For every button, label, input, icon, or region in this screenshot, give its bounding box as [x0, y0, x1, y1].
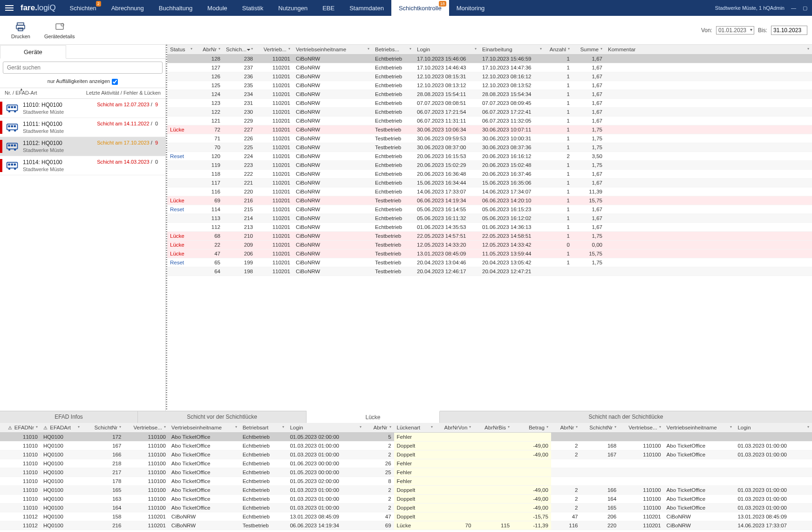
nav-stammdaten[interactable]: Stammdaten — [342, 0, 391, 16]
table-row[interactable]: 11010HQ0100167110100Abo TicketOfficeEcht… — [0, 442, 812, 450]
anomalies-filter[interactable]: nur Auffälligkeiten anzeigen — [0, 76, 165, 88]
device-status: Schicht am 14.03.2023 / 0 — [97, 159, 162, 172]
col-header[interactable]: ▾ AbrNrBis — [474, 423, 512, 433]
col-header[interactable]: Einarbeitung▾ — [479, 45, 545, 55]
anomalies-checkbox[interactable] — [112, 79, 118, 85]
device-row[interactable]: 11011: HQ0100Stadtwerke MüsteSchicht am … — [0, 118, 165, 137]
device-row[interactable]: 11010: HQ0100Stadtwerke MüsteSchicht am … — [0, 99, 165, 118]
device-row[interactable]: 11012: HQ0100Stadtwerke MüsteSchicht am … — [0, 137, 165, 156]
table-row[interactable]: Lücke22209110201CiBoNRWTestbetrieb12.05.… — [167, 241, 812, 249]
col-header[interactable]: ▾ Vertriebseinheitname — [169, 423, 240, 433]
nav-schichten[interactable]: Schichten2 — [62, 0, 104, 16]
table-row[interactable]: 127237110201CiBoNRWEchtbetrieb17.10.2023… — [167, 63, 812, 72]
nav-abrechnung[interactable]: Abrechnung — [104, 0, 151, 16]
nav-monitoring[interactable]: Monitoring — [449, 0, 492, 16]
col-header[interactable]: ▾ SchichtNr — [580, 423, 619, 433]
menu-button[interactable] — [0, 0, 19, 16]
col-header[interactable]: ▾ SchichtNr — [82, 423, 124, 433]
table-row[interactable]: 11012HQ0100216110201CiBoNRWTestbetrieb06… — [0, 521, 812, 530]
from-date-select[interactable]: 01.01.2023 — [716, 26, 754, 35]
table-row[interactable]: 11012HQ0100158110201CiBoNRWEchtbetrieb13… — [0, 512, 812, 521]
table-row[interactable]: Lücke69216110201CiBoNRWTestbetrieb06.06.… — [167, 196, 812, 205]
bottom-group-headers: EFAD InfosSchicht vor der SchichtlückeLü… — [0, 411, 812, 423]
table-row[interactable]: 11010HQ0100165110100Abo TicketOfficeEcht… — [0, 486, 812, 495]
group-header[interactable]: Lücke — [307, 411, 440, 423]
col-header[interactable]: ▾ AbrNr — [364, 423, 394, 433]
col-header[interactable]: ▾ Vertriebse... — [619, 423, 663, 433]
toolbar: Drucken Gerätedetails Von: 01.01.2023 Bi… — [0, 16, 812, 45]
nav-nutzungen[interactable]: Nutzungen — [271, 0, 315, 16]
table-row[interactable]: 11010HQ0100217110100Abo TicketOfficeEcht… — [0, 468, 812, 477]
table-row[interactable]: 119223110201CiBoNRWEchtbetrieb20.06.2023… — [167, 161, 812, 170]
table-row[interactable]: 124234110201CiBoNRWEchtbetrieb28.08.2023… — [167, 90, 812, 99]
table-row[interactable]: Lücke72227110201CiBoNRWTestbetrieb30.06.… — [167, 125, 812, 134]
col-header[interactable]: Schich...▾⏷ — [223, 45, 256, 55]
col-header[interactable]: ▾ Lückenart — [394, 423, 436, 433]
table-row[interactable]: 11010HQ0100164110100Abo TicketOfficeEcht… — [0, 504, 812, 512]
col-header[interactable]: ⚠▾ EFADNr — [0, 423, 41, 433]
col-header[interactable]: Vertriebseinheitname▾ — [293, 45, 372, 55]
table-row[interactable]: 112213110201CiBoNRWEchtbetrieb01.06.2023… — [167, 223, 812, 232]
to-date-input[interactable] — [771, 26, 807, 35]
group-header[interactable]: EFAD Infos — [0, 411, 138, 423]
col-header[interactable]: Betriebs...▾ — [372, 45, 414, 55]
svg-point-27 — [8, 167, 10, 169]
table-row[interactable]: 121229110201CiBoNRWEchtbetrieb06.07.2023… — [167, 117, 812, 125]
table-row[interactable]: 71226110201CiBoNRWTestbetrieb30.06.2023 … — [167, 134, 812, 143]
col-header[interactable]: ▾ Login — [735, 423, 812, 433]
table-row[interactable]: Lücke68210110201CiBoNRWTestbetrieb22.05.… — [167, 232, 812, 241]
table-row[interactable]: 11010HQ0100163110100Abo TicketOfficeEcht… — [0, 495, 812, 504]
nav-schichtkontrolle[interactable]: Schichtkontrolle18 — [391, 0, 449, 16]
table-row[interactable]: 118222110201CiBoNRWEchtbetrieb20.06.2023… — [167, 170, 812, 179]
svg-rect-19 — [11, 144, 13, 146]
device-details-button[interactable]: Gerätedetails — [44, 21, 75, 39]
col-header[interactable]: Status▾ — [167, 45, 195, 55]
nav-ebe[interactable]: EBE — [315, 0, 342, 16]
maximize-icon[interactable]: ▢ — [803, 5, 807, 11]
device-row[interactable]: 11014: HQ0100Stadtwerke MüsteSchicht am … — [0, 156, 165, 175]
table-row[interactable]: 122230110201CiBoNRWEchtbetrieb06.07.2023… — [167, 108, 812, 117]
table-row[interactable]: Reset65199110201CiBoNRWTestbetrieb20.04.… — [167, 258, 812, 267]
table-row[interactable]: 11010HQ0100172110100Abo TicketOfficeEcht… — [0, 433, 812, 442]
svg-rect-2 — [18, 28, 23, 31]
table-row[interactable]: Lücke47206110201CiBoNRWTestbetrieb13.01.… — [167, 249, 812, 258]
col-header[interactable]: ▾ Vertriebseinheitname — [664, 423, 735, 433]
group-header[interactable]: Schicht vor der Schichtlücke — [138, 411, 307, 423]
col-header[interactable]: ⚠▾ EFADArt — [41, 423, 82, 433]
nav-buchhaltung[interactable]: Buchhaltung — [151, 0, 200, 16]
tab-devices[interactable]: Geräte — [0, 45, 66, 59]
table-row[interactable]: 117221110201CiBoNRWEchtbetrieb15.06.2023… — [167, 179, 812, 187]
col-header[interactable]: Login▾ — [414, 45, 479, 55]
table-row[interactable]: 116220110201CiBoNRWEchtbetrieb14.06.2023… — [167, 187, 812, 196]
minimize-icon[interactable]: — — [791, 5, 796, 11]
table-row[interactable]: 113214110201CiBoNRWEchtbetrieb05.06.2023… — [167, 214, 812, 223]
col-header[interactable]: ▾ AbrNr — [551, 423, 581, 433]
col-header[interactable]: Anzahl▾ — [545, 45, 573, 55]
col-header[interactable]: Summe▾ — [573, 45, 605, 55]
col-header[interactable]: ▾ AbrNrVon — [436, 423, 474, 433]
table-row[interactable]: 128238110201CiBoNRWEchtbetrieb17.10.2023… — [167, 55, 812, 63]
table-row[interactable]: 126236110201CiBoNRWEchtbetrieb12.10.2023… — [167, 72, 812, 81]
col-header[interactable]: ▾ Vertriebse... — [124, 423, 168, 433]
col-header[interactable]: ▾ Betriebsart — [240, 423, 287, 433]
table-row[interactable]: 11010HQ0100166110100Abo TicketOfficeEcht… — [0, 450, 812, 459]
table-row[interactable]: Reset120224110201CiBoNRWEchtbetrieb20.06… — [167, 152, 812, 161]
nav-statistik[interactable]: Statistik — [235, 0, 271, 16]
table-row[interactable]: 64198110201CiBoNRWTestbetrieb20.04.2023 … — [167, 267, 812, 276]
col-header[interactable]: Kommentar▾ — [605, 45, 812, 55]
table-row[interactable]: 70225110201CiBoNRWTestbetrieb30.06.2023 … — [167, 143, 812, 152]
col-header[interactable]: ▾ Betrag — [512, 423, 551, 433]
print-button[interactable]: Drucken — [11, 21, 30, 39]
group-header[interactable]: Schicht nach der Schichtlücke — [440, 411, 812, 423]
col-header[interactable]: AbrNr▾ — [195, 45, 223, 55]
table-row[interactable]: 11010HQ0100218110100Abo TicketOfficeEcht… — [0, 459, 812, 468]
table-row[interactable]: 125235110201CiBoNRWEchtbetrieb12.10.2023… — [167, 81, 812, 90]
col-header[interactable]: ▾ Login — [287, 423, 364, 433]
table-row[interactable]: 11010HQ0100178110100Abo TicketOfficeEcht… — [0, 477, 812, 486]
nav-module[interactable]: Module — [200, 0, 235, 16]
table-row[interactable]: Reset114215110201CiBoNRWEchtbetrieb05.06… — [167, 205, 812, 214]
col-header[interactable]: Vertrieb...▾ — [256, 45, 293, 55]
table-row[interactable]: 123231110201CiBoNRWEchtbetrieb07.07.2023… — [167, 99, 812, 108]
device-search-input[interactable] — [3, 62, 163, 74]
bus-icon — [5, 121, 20, 134]
